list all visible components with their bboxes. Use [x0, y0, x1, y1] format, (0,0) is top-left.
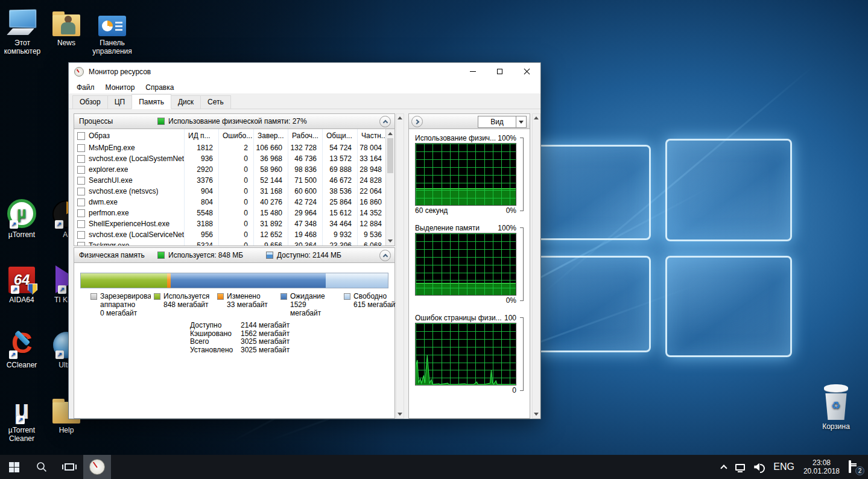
graph-title: Использование физич...	[415, 134, 496, 142]
minimize-button[interactable]	[459, 63, 486, 80]
chevron-right-icon	[414, 119, 419, 124]
content-scrollbar-left[interactable]	[396, 113, 404, 419]
memory-bar-segment	[171, 273, 326, 288]
process-row[interactable]: explorer.exe 2920 0 58 960 98 836 69 888…	[74, 164, 394, 175]
chevron-up-icon	[382, 254, 387, 259]
legend-label: Ожидание	[290, 292, 341, 300]
scroll-down-icon[interactable]	[398, 413, 402, 416]
column-header[interactable]: Рабоч...	[288, 129, 322, 142]
process-row[interactable]: svchost.exe (LocalServiceNet... 956 0 12…	[74, 229, 394, 240]
window-titlebar[interactable]: Монитор ресурсов	[69, 63, 540, 81]
process-checkbox[interactable]	[77, 144, 85, 152]
process-working-set: 19 468	[288, 229, 322, 240]
maximize-button[interactable]	[486, 63, 513, 80]
process-checkbox[interactable]	[77, 188, 85, 195]
column-header[interactable]: Ошибо...	[218, 129, 253, 142]
desktop-icon-news[interactable]: News	[40, 5, 92, 47]
tab-overview[interactable]: Обзор	[72, 95, 108, 109]
process-name: dwm.exe	[89, 198, 118, 206]
view-button-label[interactable]: Вид	[478, 116, 516, 128]
menu-item[interactable]: Файл	[71, 83, 100, 92]
process-pid: 2920	[184, 164, 218, 175]
column-header[interactable]: Образ	[89, 132, 110, 140]
process-checkbox[interactable]	[77, 242, 85, 247]
collapse-button[interactable]	[379, 250, 391, 261]
process-name: perfmon.exe	[89, 209, 129, 217]
process-checkbox[interactable]	[77, 209, 85, 217]
content-scrollbar-right[interactable]	[532, 113, 540, 419]
process-checkbox[interactable]	[77, 198, 85, 206]
scroll-up-icon[interactable]	[398, 116, 402, 119]
process-checkbox[interactable]	[77, 166, 85, 174]
taskbar-resource-monitor-button[interactable]	[83, 455, 111, 479]
process-checkbox[interactable]	[77, 155, 85, 163]
status-text: Используется: 848 МБ	[168, 251, 243, 259]
this-pc-icon	[8, 5, 36, 36]
process-shareable: 69 888	[322, 164, 357, 175]
legend-swatch	[217, 293, 224, 300]
search-button[interactable]	[28, 455, 55, 479]
process-checkbox[interactable]	[77, 231, 85, 239]
table-header-row[interactable]: Образ ИД п... Ошибо... Завер... Рабоч...…	[74, 129, 394, 142]
clock[interactable]: 23:08 20.01.2018	[803, 458, 840, 475]
collapse-button[interactable]	[379, 116, 391, 127]
tab-memory[interactable]: Память	[131, 94, 171, 109]
menu-item[interactable]: Монитор	[100, 83, 141, 92]
graph-x-label: 60 секунд	[415, 206, 448, 215]
column-header[interactable]: Завер...	[253, 129, 288, 142]
control-panel-icon	[98, 5, 126, 36]
desktop-icon-control-panel[interactable]: Панель управления	[86, 5, 138, 56]
volume-icon[interactable]	[754, 463, 764, 471]
scale-bracket	[520, 227, 524, 301]
process-commit: 40 276	[253, 197, 288, 208]
task-view-button[interactable]	[55, 455, 83, 479]
process-row[interactable]: svchost.exe (LocalSystemNet... 936 0 36 …	[74, 153, 394, 164]
process-row[interactable]: dwm.exe 804 0 40 276 42 724 25 864 16 86…	[74, 197, 394, 208]
tab-cpu[interactable]: ЦП	[107, 95, 133, 109]
process-row[interactable]: MsMpEng.exe 1812 2 106 660 132 728 54 72…	[74, 142, 394, 153]
legend-item: Зарезервировано аппаратно 0 мегабайт	[90, 292, 154, 317]
processes-section-header[interactable]: Процессы Использование физической памяти…	[74, 113, 395, 129]
physical-memory-section-header[interactable]: Физическая память Используется: 848 МБ Д…	[74, 247, 395, 263]
process-checkbox[interactable]	[77, 177, 85, 185]
scroll-up-icon[interactable]	[534, 116, 539, 119]
network-icon[interactable]	[735, 464, 745, 471]
process-checkbox[interactable]	[77, 220, 85, 228]
process-private: 6 068	[357, 240, 387, 246]
scroll-down-icon[interactable]	[534, 413, 539, 416]
tray-chevron-up-icon[interactable]	[721, 465, 727, 471]
scroll-up-icon[interactable]	[388, 132, 393, 135]
folder-user-icon	[52, 5, 80, 36]
process-row[interactable]: svchost.exe (netsvcs) 904 0 31 168 60 60…	[74, 186, 394, 197]
column-header[interactable]: ИД п...	[184, 129, 218, 142]
tab-disk[interactable]: Диск	[171, 95, 201, 109]
graph-min-label: 0%	[506, 296, 516, 305]
process-row[interactable]: perfmon.exe 5548 0 15 480 29 964 15 612 …	[74, 208, 394, 218]
action-center-button[interactable]: 2	[849, 462, 861, 472]
utorrent-cleaner-icon	[14, 392, 29, 423]
close-button[interactable]	[513, 63, 540, 80]
language-indicator[interactable]: ENG	[773, 462, 794, 472]
scroll-down-icon[interactable]	[388, 240, 393, 243]
column-header-sorted[interactable]: Частн...	[357, 129, 387, 142]
desktop-icon-recycle-bin[interactable]: Корзина	[810, 389, 862, 431]
expand-panel-button[interactable]	[411, 116, 423, 127]
process-shareable: 25 864	[322, 197, 357, 208]
process-row[interactable]: ShellExperienceHost.exe 3188 0 31 892 47…	[74, 218, 394, 229]
table-scrollbar[interactable]	[385, 129, 394, 246]
scrollbar-thumb[interactable]	[387, 138, 393, 173]
process-working-set: 47 348	[288, 218, 322, 229]
dropdown-arrow[interactable]	[516, 116, 527, 128]
select-all-checkbox[interactable]	[77, 132, 85, 140]
process-row[interactable]: Taskmgr.exe 5324 0 9 656 30 364 23 396 6…	[74, 240, 394, 246]
used-status: Используется: 848 МБ	[157, 251, 266, 259]
process-row[interactable]: SearchUI.exe 3376 0 52 144 71 500 46 672…	[74, 175, 394, 186]
view-dropdown[interactable]: Вид	[478, 116, 527, 128]
process-rows: MsMpEng.exe 1812 2 106 660 132 728 54 72…	[74, 142, 394, 240]
process-commit: 106 660	[253, 142, 288, 153]
process-hard-faults: 0	[218, 186, 253, 197]
column-header[interactable]: Общи...	[322, 129, 357, 142]
start-button[interactable]	[0, 455, 28, 479]
menu-item[interactable]: Справка	[140, 83, 179, 92]
tab-network[interactable]: Сеть	[200, 95, 231, 109]
